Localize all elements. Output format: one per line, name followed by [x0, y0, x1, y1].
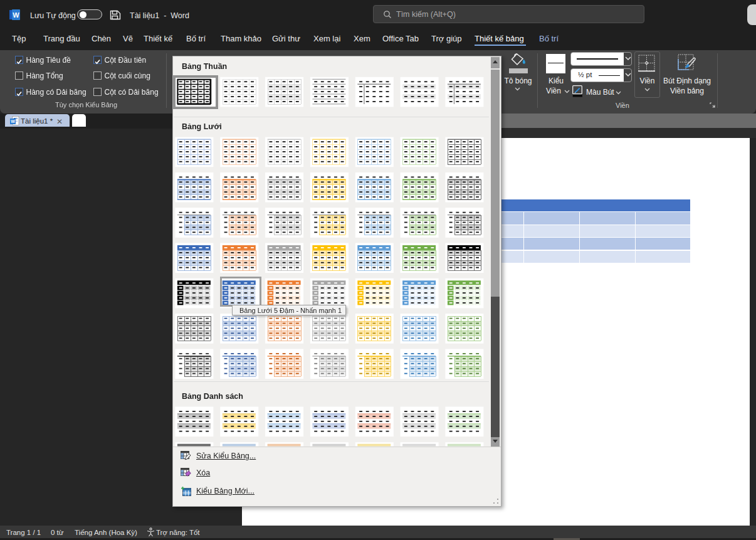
svg-text:W: W — [13, 11, 19, 19]
svg-text:W: W — [11, 119, 15, 124]
